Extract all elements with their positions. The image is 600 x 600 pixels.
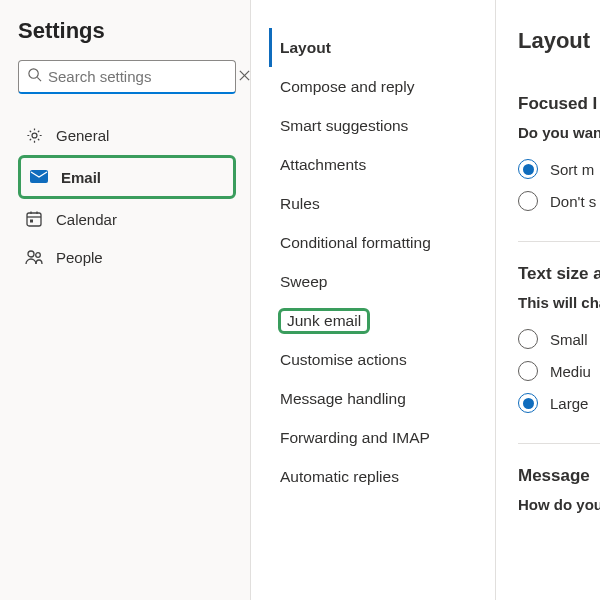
sidebar-item-label: People (56, 249, 103, 266)
sidebar-item-email[interactable]: Email (23, 158, 231, 196)
highlight-junk: Junk email (278, 308, 370, 334)
settings-title: Settings (18, 18, 236, 44)
svg-point-0 (29, 69, 38, 78)
section-textsize-title: Text size a (518, 264, 600, 284)
radio-size-large[interactable]: Large (518, 387, 600, 419)
sidebar-item-label: General (56, 127, 109, 144)
divider (518, 241, 600, 242)
people-icon (24, 248, 44, 266)
subnav-label: Rules (280, 195, 320, 213)
radio-label: Small (550, 331, 588, 348)
pane-title: Layout (518, 28, 600, 54)
radio-label: Large (550, 395, 588, 412)
subnav-label: Message handling (280, 390, 406, 408)
svg-rect-6 (27, 213, 41, 226)
subnav-item-layout[interactable]: Layout (269, 28, 485, 67)
section-message-question: How do you (518, 496, 600, 513)
radio-icon (518, 159, 538, 179)
search-field[interactable] (18, 60, 236, 94)
mail-icon (29, 169, 49, 185)
subnav-label: Attachments (280, 156, 366, 174)
section-textsize-question: This will cha (518, 294, 600, 311)
settings-sidebar: Settings General (0, 0, 250, 600)
subnav-label: Compose and reply (280, 78, 414, 96)
subnav-label: Conditional formatting (280, 234, 431, 252)
subnav-item-attachments[interactable]: Attachments (269, 145, 485, 184)
subnav-item-condfmt[interactable]: Conditional formatting (269, 223, 485, 262)
settings-subnav: Layout Compose and reply Smart suggestio… (250, 0, 496, 600)
subnav-item-msghandle[interactable]: Message handling (269, 379, 485, 418)
radio-focused-sort[interactable]: Sort m (518, 153, 600, 185)
subnav-label: Customise actions (280, 351, 407, 369)
sidebar-item-label: Calendar (56, 211, 117, 228)
radio-label: Sort m (550, 161, 594, 178)
radio-size-small[interactable]: Small (518, 323, 600, 355)
section-focused-title: Focused I (518, 94, 600, 114)
subnav-item-compose[interactable]: Compose and reply (269, 67, 485, 106)
subnav-label: Smart suggestions (280, 117, 408, 135)
subnav-item-junk[interactable]: Junk email (269, 301, 485, 340)
subnav-item-sweep[interactable]: Sweep (269, 262, 485, 301)
settings-pane: Layout Focused I Do you wan Sort m Don't… (496, 0, 600, 600)
subnav-label: Forwarding and IMAP (280, 429, 430, 447)
sidebar-item-general[interactable]: General (18, 116, 236, 154)
subnav-item-rules[interactable]: Rules (269, 184, 485, 223)
svg-point-4 (32, 133, 37, 138)
radio-focused-dont[interactable]: Don't s (518, 185, 600, 217)
sidebar-item-label: Email (61, 169, 101, 186)
radio-size-medium[interactable]: Mediu (518, 355, 600, 387)
svg-line-1 (37, 77, 41, 81)
subnav-label: Sweep (280, 273, 327, 291)
subnav-item-smart[interactable]: Smart suggestions (269, 106, 485, 145)
subnav-item-fwd[interactable]: Forwarding and IMAP (269, 418, 485, 457)
radio-label: Don't s (550, 193, 596, 210)
subnav-label: Junk email (287, 312, 361, 329)
section-focused-question: Do you wan (518, 124, 600, 141)
divider (518, 443, 600, 444)
radio-icon (518, 329, 538, 349)
subnav-item-customise[interactable]: Customise actions (269, 340, 485, 379)
radio-icon (518, 361, 538, 381)
svg-rect-10 (30, 220, 33, 223)
section-message-title: Message (518, 466, 600, 486)
gear-icon (24, 126, 44, 145)
calendar-icon (24, 210, 44, 228)
highlight-email: Email (18, 155, 236, 199)
subnav-label: Layout (280, 39, 331, 57)
radio-icon (518, 393, 538, 413)
sidebar-item-people[interactable]: People (18, 238, 236, 276)
search-icon (27, 67, 42, 86)
radio-label: Mediu (550, 363, 591, 380)
radio-icon (518, 191, 538, 211)
subnav-item-autoreply[interactable]: Automatic replies (269, 457, 485, 496)
search-input[interactable] (42, 68, 238, 85)
subnav-label: Automatic replies (280, 468, 399, 486)
svg-point-12 (36, 253, 41, 258)
sidebar-item-calendar[interactable]: Calendar (18, 200, 236, 238)
svg-point-11 (28, 251, 34, 257)
